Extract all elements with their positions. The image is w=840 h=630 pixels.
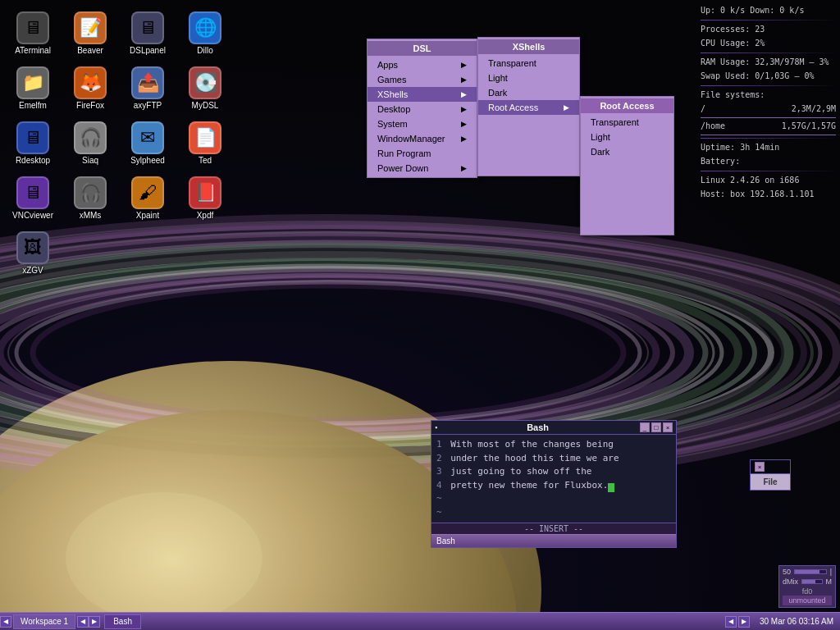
- desktop-icon-emelfm[interactable]: 📁 Emelfm: [8, 63, 57, 114]
- bash-minimize-btn[interactable]: _: [640, 422, 650, 432]
- menu-item-xshells[interactable]: XShells ▶: [368, 87, 477, 102]
- desktop-icon-xmms[interactable]: 🎧 xMMs: [66, 173, 115, 224]
- cpu-label: CPU Usage:: [701, 39, 750, 48]
- root-light[interactable]: Light: [581, 130, 673, 144]
- desktop-icon-mydsl[interactable]: 💽 MyDSL: [180, 63, 230, 114]
- vol-fd0: fd0: [783, 587, 832, 596]
- taskbar-app-bash[interactable]: Bash: [104, 614, 141, 629]
- menu-item-windowmanager[interactable]: WindowManager ▶: [368, 131, 477, 146]
- vol-bar-1: [794, 569, 827, 574]
- menu-item-powerdown[interactable]: Power Down ▶: [368, 161, 477, 176]
- desktop-icon-aterminal[interactable]: 🖥 ATerminal: [8, 8, 57, 59]
- desktop-icon-firefox[interactable]: 🦊 FireFox: [66, 63, 115, 114]
- bash-line-1: 1 With most of the changes being: [436, 438, 671, 452]
- taskbar-start-btn[interactable]: ◀: [0, 616, 11, 628]
- menu-item-runprogram[interactable]: Run Program: [368, 146, 477, 161]
- icon-label-emelfm: Emelfm: [19, 101, 47, 111]
- desktop-icons: 🖥 ATerminal 📝 Beaver 🖥 DSLpanel 🌐 Dillo …: [8, 8, 238, 279]
- menu-item-apps[interactable]: Apps ▶: [368, 57, 477, 72]
- bash-maximize-btn[interactable]: □: [651, 422, 661, 432]
- desktop-icon-vncviewer[interactable]: 🖥 VNCviewer: [8, 173, 57, 224]
- file-close-btn[interactable]: ×: [755, 462, 765, 472]
- taskbar-workspace[interactable]: Workspace 1: [13, 614, 75, 629]
- root-transparent[interactable]: Transparent: [581, 115, 673, 130]
- arrow-icon: ▶: [461, 90, 467, 98]
- fs-root-value: 2,3M/2,9M: [792, 103, 836, 116]
- icon-label-axyftp: axyFTP: [134, 101, 162, 111]
- arrow-icon: ▶: [461, 120, 467, 128]
- stats-divider-4: [701, 138, 836, 139]
- cpu-line: CPU Usage: 2%: [701, 37, 836, 50]
- processes-value: 23: [755, 25, 765, 34]
- icon-img-ted: 📄: [189, 121, 221, 154]
- bash-footer: Bash: [431, 534, 676, 547]
- desktop-icon-rdesktop[interactable]: 🖥 Rdesktop: [8, 118, 57, 169]
- vol-row-2: dMix M: [783, 578, 832, 586]
- menu-item-system[interactable]: System ▶: [368, 116, 477, 131]
- desktop-icon-xpdf[interactable]: 📕 Xpdf: [180, 173, 230, 224]
- xshells-menu-title: XShells: [478, 39, 579, 54]
- bash-line-2: 2 under the hood this time we are: [436, 452, 671, 466]
- dsl-menu: DSL Apps ▶ Games ▶ XShells ▶ Desktop ▶ S…: [367, 39, 477, 178]
- vol-label-1: 50: [783, 568, 791, 576]
- icon-label-dillo: Dillo: [197, 46, 212, 56]
- xshells-rootaccess[interactable]: Root Access ▶: [478, 100, 579, 115]
- uptime-value: 3h 14min: [740, 143, 779, 152]
- taskbar-ws-next[interactable]: ▶: [738, 616, 750, 628]
- icon-label-xzgv: xZGV: [22, 266, 43, 276]
- uptime-line: Uptime: 3h 14min: [701, 141, 836, 154]
- fs-root-line: / 2,3M/2,9M: [701, 103, 836, 118]
- file-manager-window: × File: [750, 459, 791, 491]
- xshells-light[interactable]: Light: [478, 71, 579, 85]
- icon-label-vncviewer: VNCviewer: [12, 211, 53, 221]
- desktop-icon-xzgv[interactable]: 🖼 xZGV: [8, 228, 57, 279]
- desktop-icon-siaq[interactable]: 🎧 Siaq: [66, 118, 115, 169]
- icon-label-beaver: Beaver: [77, 46, 103, 56]
- taskbar: ◀ Workspace 1 ◀ ▶ Bash ◀ ▶ 30 Mar 06 03:…: [0, 612, 840, 630]
- taskbar-ws-prev[interactable]: ◀: [725, 616, 737, 628]
- vol-fill-1: [795, 570, 819, 573]
- desktop-icon-xpaint[interactable]: 🖌 Xpaint: [123, 173, 172, 224]
- bash-close-btn[interactable]: ×: [663, 422, 673, 432]
- vol-row-1: 50 |: [783, 568, 832, 576]
- taskbar-middle: Bash: [100, 614, 725, 629]
- icon-img-emelfm: 📁: [16, 66, 49, 99]
- menu-item-desktop[interactable]: Desktop ▶: [368, 102, 477, 116]
- svg-point-27: [66, 492, 262, 623]
- desktop-icon-beaver[interactable]: 📝 Beaver: [66, 8, 115, 59]
- root-access-title: Root Access: [581, 98, 673, 113]
- text-cursor: [608, 483, 614, 492]
- icon-img-rdesktop: 🖥: [16, 121, 49, 154]
- icon-label-firefox: FireFox: [76, 101, 104, 111]
- vol-label-m: M: [826, 578, 833, 586]
- desktop-icon-axyftp[interactable]: 📤 axyFTP: [123, 63, 172, 114]
- icon-label-rdesktop: Rdesktop: [16, 156, 50, 166]
- desktop-icon-dslpanel[interactable]: 🖥 DSLpanel: [123, 8, 172, 59]
- stats-divider-2: [701, 52, 836, 53]
- ram-value: 32,3M/978M – 3%: [755, 57, 829, 66]
- icon-img-xpdf: 📕: [189, 176, 221, 209]
- xshells-transparent[interactable]: Transparent: [478, 56, 579, 71]
- root-dark[interactable]: Dark: [581, 144, 673, 159]
- icon-img-siaq: 🎧: [74, 121, 107, 154]
- fs-header: File systems:: [701, 89, 836, 102]
- bash-terminal: ▪ Bash _ □ × 1 With most of the changes …: [431, 420, 677, 548]
- arrow-icon: ▶: [461, 61, 467, 69]
- desktop-icon-dillo[interactable]: 🌐 Dillo: [180, 8, 230, 59]
- desktop-icon-sylpheed[interactable]: ✉ Sylpheed: [123, 118, 172, 169]
- vol-fill-2: [802, 580, 815, 583]
- linux-info-line: Linux 2.4.26 on i686: [701, 174, 836, 187]
- fs-home-label: /home: [701, 120, 725, 133]
- xshells-dark[interactable]: Dark: [478, 85, 579, 100]
- uptime-label: Uptime:: [701, 143, 735, 152]
- taskbar-next-btn[interactable]: ▶: [89, 616, 100, 628]
- taskbar-prev-btn[interactable]: ◀: [77, 616, 89, 628]
- vol-label-fd0: fd0: [802, 587, 813, 596]
- icon-label-aterminal: ATerminal: [15, 46, 51, 56]
- menu-item-games[interactable]: Games ▶: [368, 72, 477, 87]
- stats-divider-5: [701, 171, 836, 171]
- network-value: Up: 0 k/s Down: 0 k/s: [701, 6, 804, 15]
- desktop-icon-ted[interactable]: 📄 Ted: [180, 118, 230, 169]
- bash-title: Bash: [437, 422, 638, 432]
- icon-img-firefox: 🦊: [74, 66, 107, 99]
